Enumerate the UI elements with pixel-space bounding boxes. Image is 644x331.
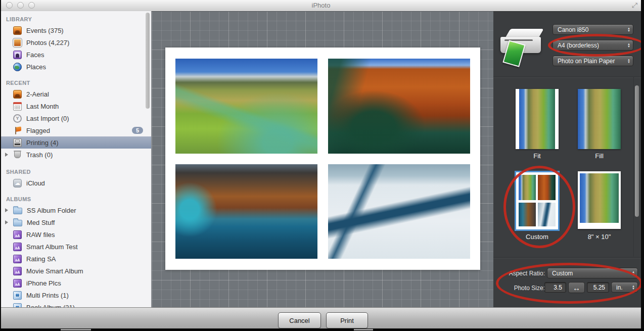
print-style-fill[interactable] (578, 89, 621, 149)
photos-icon (13, 38, 22, 47)
sidebar-item-book-album-21[interactable]: Book Album (21) (1, 301, 151, 307)
stepper-arrows-icon: ▲▼ (627, 59, 630, 64)
sidebar-item-med-stuff[interactable]: Med Stuff (1, 216, 151, 228)
calendar-icon (13, 102, 22, 111)
screen: iPhoto ⤢ LIBRARYEvents (375)Photos (4,22… (0, 0, 644, 331)
sidebar-section-header-library: LIBRARY (1, 14, 151, 24)
flag-icon (13, 126, 22, 135)
sidebar-item-label: Printing (4) (26, 139, 59, 147)
sidebar-item-rating-sa[interactable]: Rating SA (1, 253, 151, 265)
iphoto-window: iPhoto ⤢ LIBRARYEvents (375)Photos (4,22… (1, 0, 641, 328)
photo-size-label: Photo Size: (494, 285, 545, 292)
stepper-arrows-icon: ▲▼ (627, 27, 630, 32)
aspect-ratio-value: Custom (552, 270, 632, 277)
sidebar-item-label: Last Import (0) (26, 115, 69, 122)
print-style-custom-label: Custom (516, 233, 558, 241)
fullscreen-icon[interactable]: ⤢ (632, 1, 637, 10)
album-purple-icon (13, 255, 22, 263)
printer-small-icon (13, 138, 22, 147)
sidebar-item-events-375[interactable]: Events (375) (1, 24, 151, 36)
sidebar-item-photos-4-227[interactable]: Photos (4,227) (1, 36, 151, 49)
sidebar-item-multi-prints-1[interactable]: Multi Prints (1) (1, 289, 151, 301)
unit-select[interactable]: in. ▲▼ (611, 282, 638, 293)
folder-icon (13, 208, 22, 214)
sidebar-item-label: Events (375) (26, 27, 64, 34)
sidebar-item-faces[interactable]: Faces (1, 49, 151, 61)
sidebar-item-trash-0[interactable]: Trash (0) (1, 149, 151, 161)
print-style-fit-label: Fit (516, 152, 559, 160)
sidebar-item-raw-files[interactable]: RAW files (1, 228, 151, 241)
printer-select-value: Canon i850 (558, 26, 627, 33)
sidebar-item-label: Faces (26, 51, 44, 59)
sidebar-item-label: Multi Prints (1) (26, 292, 69, 299)
last-import-icon (13, 114, 22, 123)
fit-thumbnail-photo (519, 89, 555, 149)
printer-select[interactable]: Canon i850 ▲▼ (553, 24, 633, 35)
sidebar-item-label: iCloud (26, 179, 45, 187)
custom-thumbnail-photo-3 (519, 203, 536, 226)
album-blue-icon (13, 303, 22, 308)
disclosure-triangle-icon[interactable] (5, 153, 8, 157)
sidebar-item-smart-album-test[interactable]: Smart Album Test (1, 241, 151, 253)
sidebar: LIBRARYEvents (375)Photos (4,227)FacesPl… (1, 11, 152, 307)
folder-icon (13, 220, 22, 226)
dock-mark (61, 329, 91, 330)
disclosure-triangle-icon[interactable] (5, 220, 8, 224)
print-preview-page (165, 48, 480, 270)
paper-size-select-value: A4 (borderless) (558, 42, 627, 49)
places-icon (13, 63, 22, 71)
sidebar-item-label: Places (26, 63, 46, 71)
stepper-arrows-icon: ▲▼ (632, 285, 635, 290)
sidebar-scrollbar[interactable] (146, 13, 150, 109)
preview-photo-red-rock-canyon (328, 59, 470, 154)
print-preview-canvas (152, 11, 493, 307)
events-icon (13, 26, 22, 35)
sidebar-item-printing-4[interactable]: Printing (4) (1, 136, 151, 149)
aspect-ratio-label: Aspect Ratio: (494, 270, 545, 277)
paper-size-select[interactable]: A4 (borderless) ▲▼ (553, 40, 633, 51)
dialog-footer: Cancel Print (1, 307, 641, 328)
print-settings-panel: Canon i850 ▲▼ A4 (borderless) ▲▼ Photo o… (493, 11, 641, 307)
print-style-fit[interactable] (516, 89, 559, 149)
album-purple-icon (13, 243, 22, 251)
count-badge: 5 (132, 127, 143, 134)
sidebar-item-label: Photos (4,227) (26, 39, 69, 46)
panel-scrollbar[interactable] (635, 85, 639, 217)
sidebar-section-header-recent: RECENT (1, 78, 151, 88)
sidebar-item-label: Med Stuff (27, 219, 55, 226)
print-button[interactable]: Print (326, 312, 368, 328)
sidebar-item-ss-album-folder[interactable]: SS Album Folder (1, 204, 151, 216)
custom-thumbnail-photo-4 (538, 203, 556, 226)
sidebar-item-icloud[interactable]: iCloud (1, 177, 151, 189)
sidebar-item-last-month[interactable]: Last Month (1, 100, 151, 112)
print-style-8x10[interactable] (578, 171, 621, 229)
sidebar-item-2-aerial[interactable]: 2-Aerial (1, 88, 151, 100)
album-purple-icon (13, 267, 22, 275)
swap-dimensions-button[interactable]: ↔ (568, 282, 585, 293)
sidebar-item-places[interactable]: Places (1, 61, 151, 73)
media-type-select-value: Photo on Plain Paper (558, 58, 627, 65)
sidebar-item-movie-smart-album[interactable]: Movie Smart Album (1, 265, 151, 277)
cancel-button[interactable]: Cancel (278, 312, 321, 328)
sidebar-section-header-albums: ALBUMS (1, 194, 151, 204)
sidebar-item-label: Last Month (26, 103, 59, 110)
fill-thumbnail-photo (578, 89, 621, 149)
photo-width-input[interactable] (544, 282, 566, 293)
print-style-8x10-label: 8" × 10" (578, 233, 621, 241)
sidebar-item-flagged[interactable]: Flagged5 (1, 124, 151, 136)
sidebar-item-label: RAW files (26, 231, 55, 239)
aspect-ratio-select[interactable]: Custom ▲▼ (547, 268, 638, 278)
8x10-thumbnail-photo (580, 173, 619, 223)
print-style-custom[interactable] (516, 172, 558, 229)
stepper-arrows-icon: ▲▼ (627, 43, 630, 48)
swap-arrows-icon: ↔ (573, 283, 580, 292)
disclosure-triangle-icon[interactable] (5, 208, 8, 212)
album-blue-icon (13, 291, 22, 300)
sidebar-item-last-import-0[interactable]: Last Import (0) (1, 112, 151, 124)
album-sunset-icon (13, 90, 22, 99)
photo-height-input[interactable] (587, 282, 609, 293)
sidebar-item-iphone-plcs[interactable]: iPhone Plcs (1, 277, 151, 289)
sidebar-item-label: Smart Album Test (26, 243, 78, 251)
media-type-select[interactable]: Photo on Plain Paper ▲▼ (553, 56, 633, 66)
custom-thumbnail-photo-1 (519, 175, 536, 200)
